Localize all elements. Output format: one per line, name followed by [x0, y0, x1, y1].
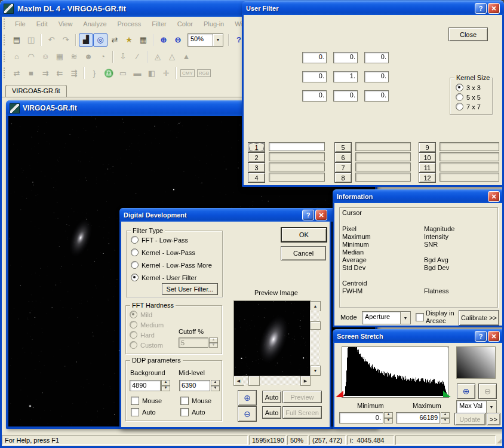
rotate-right-icon[interactable]: ⇉ [38, 66, 53, 79]
kernel-cell[interactable]: 0. [364, 71, 389, 82]
maximum-value[interactable]: 66189 [396, 412, 440, 424]
radio-kernel-user-filter[interactable]: Kernel - User Filter [131, 274, 196, 281]
close-icon[interactable]: ✕ [315, 210, 327, 220]
camera-control-icon[interactable]: ▦ [136, 33, 150, 47]
open-icon[interactable]: ▤ [10, 33, 24, 47]
menu-file[interactable]: File [10, 18, 31, 30]
ok-button[interactable]: OK [281, 227, 327, 243]
auto-fullscreen-button[interactable]: Auto [262, 406, 281, 419]
dome-icon[interactable]: ◠ [24, 50, 38, 63]
close-icon[interactable]: ✕ [488, 191, 500, 202]
bar-icon[interactable]: ▭ [116, 66, 130, 79]
menu-color[interactable]: Color [172, 18, 198, 30]
chevrons-icon[interactable]: ≋ [67, 50, 81, 63]
auto-preview-button[interactable]: Auto [262, 391, 281, 403]
radio-icon[interactable] [456, 84, 463, 91]
mode-combobox[interactable]: Aperture ▼ [362, 311, 411, 324]
radio-3x3[interactable]: 3 x 3 [456, 84, 481, 91]
radio-5x5[interactable]: 5 x 5 [456, 93, 481, 101]
close-icon[interactable]: ✕ [488, 331, 500, 342]
arcsec-checkbox[interactable] [416, 313, 424, 321]
close-icon[interactable]: ✕ [488, 3, 500, 14]
information-title-bar[interactable]: Information [333, 189, 504, 203]
close-button[interactable]: Close [448, 27, 488, 41]
save-icon[interactable]: ◫ [24, 33, 38, 47]
hill-flag-icon[interactable]: ▲ [179, 50, 193, 63]
kernel-cell[interactable]: 0. [364, 90, 389, 102]
background-auto-checkbox[interactable]: Auto [131, 408, 156, 416]
zoom-level-combobox[interactable]: 50% ▼ [188, 33, 223, 47]
half-block-icon[interactable]: ◧ [145, 66, 159, 79]
minimum-value[interactable]: 0. [339, 412, 383, 424]
checkbox-icon[interactable] [180, 397, 189, 405]
radio-kernel-low-pass-more[interactable]: Kernel - Low-Pass More [131, 261, 212, 269]
kernel-cell[interactable]: 0. [333, 52, 358, 63]
toolbar-gripper[interactable] [4, 35, 7, 45]
calibrate-button[interactable]: Calibrate >> [459, 310, 499, 326]
maximum-spinner[interactable]: 66189 ▲▼ [396, 412, 450, 424]
midlevel-value[interactable]: 6390 [179, 380, 210, 391]
spin-up-icon[interactable]: ▲ [161, 380, 170, 386]
kernel-cell[interactable]: 0. [302, 52, 327, 63]
mask-icon[interactable]: ☺ [38, 50, 53, 63]
checkbox-icon[interactable] [131, 397, 139, 405]
chevron-down-icon[interactable]: ▼ [486, 401, 496, 413]
stretch-zoom-in-button[interactable]: ⊕ [457, 383, 475, 399]
radio-icon[interactable] [131, 274, 139, 281]
pie-icon[interactable]: ◔ [96, 50, 110, 63]
rotate-left-icon[interactable]: ⇇ [53, 66, 67, 79]
slot-button-2[interactable]: 2 [248, 152, 265, 162]
spin-down-icon[interactable]: ▼ [441, 418, 450, 424]
spin-down-icon[interactable]: ▼ [384, 418, 393, 424]
spin-down-icon[interactable]: ▼ [161, 386, 170, 392]
preview-zoom-out-button[interactable]: ⊖ [238, 406, 257, 422]
midlevel-auto-checkbox[interactable]: Auto [180, 408, 205, 416]
spin-up-icon[interactable]: ▲ [384, 412, 393, 418]
preview-zoom-in-button[interactable]: ⊕ [238, 390, 257, 406]
slot-button-3[interactable]: 3 [248, 162, 265, 173]
checkbox-icon[interactable] [180, 408, 189, 416]
checkbox-icon[interactable] [131, 408, 139, 416]
telescope-icon[interactable]: ★ [122, 33, 136, 47]
tab-virgoa5-gr[interactable]: VIRGOA5-GR.fit [5, 85, 67, 97]
radio-icon[interactable] [131, 248, 139, 256]
slot-button-11[interactable]: 11 [419, 162, 436, 173]
scroll-down-icon[interactable]: ▼ [310, 366, 321, 376]
preview-canvas[interactable] [234, 301, 309, 375]
background-mouse-checkbox[interactable]: Mouse [131, 397, 162, 405]
kernel-cell[interactable]: 0. [333, 90, 358, 102]
stretch-max-marker[interactable] [443, 391, 451, 397]
menu-process[interactable]: Process [112, 18, 147, 30]
spin-down-icon[interactable]: ▼ [211, 386, 220, 392]
slot-button-12[interactable]: 12 [419, 173, 436, 183]
toolbar-gripper[interactable] [4, 67, 7, 78]
undo-icon[interactable]: ↶ [44, 33, 59, 47]
drop-arrow-icon[interactable]: ⇩ [116, 50, 130, 63]
stretch-mode-combobox[interactable]: Max Val ▼ [456, 400, 497, 413]
shift-icon[interactable]: ⇶ [67, 66, 81, 79]
kernel-cell[interactable]: 0. [364, 52, 389, 63]
menu-analyze[interactable]: Analyze [78, 18, 112, 30]
menu-filter[interactable]: Filter [146, 18, 171, 30]
zoom-out-icon[interactable]: ⊖ [171, 33, 185, 47]
slot-button-4[interactable]: 4 [248, 173, 265, 183]
kernel-cell[interactable]: 1. [333, 71, 358, 82]
resize-grip-icon[interactable]: ◢ [497, 437, 502, 444]
rgb-icon[interactable]: RGB [197, 69, 211, 77]
spin-up-icon[interactable]: ▲ [441, 412, 450, 418]
minimum-spinner[interactable]: 0. ▲▼ [339, 412, 393, 424]
slot-field-1[interactable] [269, 142, 325, 151]
radio-icon[interactable] [456, 103, 463, 111]
stretch-min-marker[interactable] [336, 391, 343, 397]
slot-button-7[interactable]: 7 [334, 162, 352, 173]
flip-mirror-icon[interactable]: ⇄ [107, 33, 122, 47]
frame-01-icon[interactable]: ▦ [53, 50, 67, 63]
spin-up-icon[interactable]: ▲ [211, 380, 220, 386]
information-icon[interactable]: ◎ [93, 33, 107, 47]
block-icon[interactable]: ▬ [130, 66, 145, 79]
stop-icon[interactable]: ■ [24, 66, 38, 79]
scroll-right-icon[interactable]: ▶ [300, 376, 311, 386]
midlevel-spinner[interactable]: 6390 ▲▼ [179, 380, 220, 391]
preview-vscroll-thumb[interactable] [310, 321, 321, 330]
smiley-icon[interactable]: ☻ [81, 50, 96, 63]
